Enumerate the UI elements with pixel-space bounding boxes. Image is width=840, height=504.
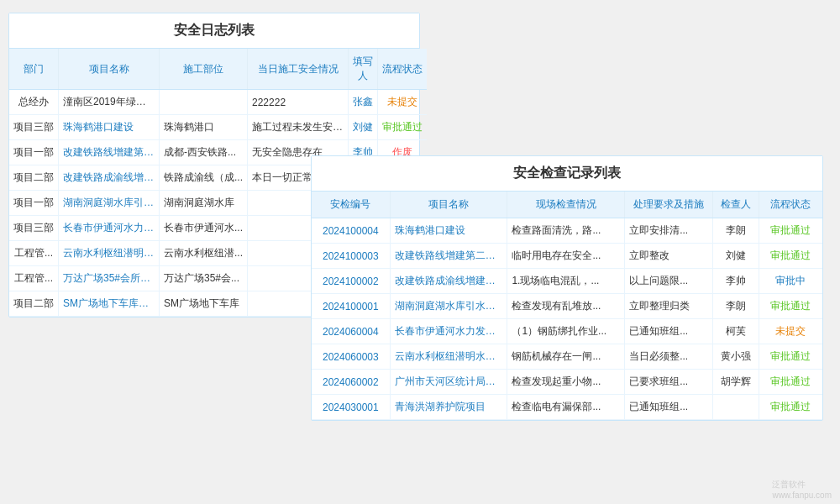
status-badge: 未提交 (378, 90, 428, 115)
col-flow-status: 流程状态 (759, 192, 822, 218)
inspection-row: 2024100003改建铁路线增建第二线...临时用电存在安全...立即整改刘健… (312, 244, 822, 269)
inspector-cell: 李朗 (713, 294, 759, 319)
col-check-situation: 现场检查情况 (507, 192, 625, 218)
check-situation-cell: 检查路面清洗，路... (507, 218, 625, 244)
location-cell: 成都-西安铁路... (160, 140, 248, 165)
situation-cell: 222222 (248, 90, 349, 115)
inspector-cell: 柯芙 (713, 319, 759, 344)
project-name-cell[interactable]: 湖南洞庭湖水库引水工... (390, 294, 507, 319)
dept-cell: 项目二部 (9, 291, 59, 317)
project-name-cell[interactable]: 广州市天河区统计局机... (390, 370, 507, 395)
inspector-cell: 胡学辉 (713, 370, 759, 395)
check-situation-cell: 钢筋机械存在一闸... (507, 344, 625, 370)
inspector-cell: 李帅 (713, 269, 759, 294)
col-situation: 当日施工安全情况 (248, 49, 349, 90)
writer-cell[interactable]: 张鑫 (349, 90, 378, 115)
dept-cell: 项目二部 (9, 165, 59, 191)
table-row: 项目三部珠海鹤港口建设珠海鹤港口施工过程未发生安全事故...刘健审批通过 (9, 115, 427, 140)
measures-cell: 当日必须整... (625, 344, 713, 370)
flow-status-badge: 审批中 (759, 269, 822, 294)
project-name-cell[interactable]: 青海洪湖养护院项目 (390, 395, 507, 420)
project-name-cell[interactable]: 长春市伊通河水力发电... (390, 319, 507, 344)
flow-status-badge: 未提交 (759, 319, 822, 344)
code-cell[interactable]: 2024030001 (312, 395, 390, 420)
project-name-cell[interactable]: 改建铁路成渝线增建第... (390, 269, 507, 294)
flow-status-badge: 审批通过 (759, 395, 822, 420)
project-cell[interactable]: SM广场地下车库更换摄... (59, 291, 160, 317)
watermark: 泛普软件 www.fanpu.com (772, 479, 832, 500)
project-cell[interactable]: 长春市伊通河水力发电厂... (59, 216, 160, 241)
inspection-row: 2024030001青海洪湖养护院项目检查临电有漏保部...已通知班组...审批… (312, 395, 822, 420)
project-cell[interactable]: 湖南洞庭湖水库引水工程... (59, 191, 160, 216)
measures-cell: 以上问题限... (625, 269, 713, 294)
code-cell[interactable]: 2024100001 (312, 294, 390, 319)
status-badge: 审批通过 (378, 115, 428, 140)
project-name-cell[interactable]: 云南水利枢纽潜明水库... (390, 344, 507, 370)
right-panel: 安全检查记录列表 安检编号 项目名称 现场检查情况 处理要求及措施 检查人 流程… (311, 155, 823, 421)
inspector-cell: 刘健 (713, 244, 759, 269)
inspection-row: 2024100002改建铁路成渝线增建第...1.现场临电混乱，...以上问题限… (312, 269, 822, 294)
inspection-row: 2024060002广州市天河区统计局机...检查发现起重小物...已要求班组.… (312, 370, 822, 395)
right-panel-title: 安全检查记录列表 (312, 156, 822, 192)
location-cell: 铁路成渝线（成... (160, 165, 248, 191)
dept-cell: 项目三部 (9, 216, 59, 241)
location-cell: 长春市伊通河水... (160, 216, 248, 241)
measures-cell: 立即整理归类 (625, 294, 713, 319)
location-cell: 湖南洞庭湖水库 (160, 191, 248, 216)
dept-cell: 总经办 (9, 90, 59, 115)
code-cell[interactable]: 2024100002 (312, 269, 390, 294)
project-cell[interactable]: 改建铁路线增建第二线直... (59, 140, 160, 165)
dept-cell: 工程管... (9, 266, 59, 291)
inspection-row: 2024060004长春市伊通河水力发电...（1）钢筋绑扎作业...已通知班组… (312, 319, 822, 344)
check-situation-cell: （1）钢筋绑扎作业... (507, 319, 625, 344)
project-cell[interactable]: 云南水利枢纽潜明水库一... (59, 241, 160, 266)
check-situation-cell: 1.现场临电混乱，... (507, 269, 625, 294)
code-cell[interactable]: 2024100003 (312, 244, 390, 269)
dept-cell: 项目一部 (9, 191, 59, 216)
project-cell: 潼南区2019年绿化补贴项... (59, 90, 160, 115)
project-name-cell[interactable]: 珠海鹤港口建设 (390, 218, 507, 244)
check-situation-cell: 临时用电存在安全... (507, 244, 625, 269)
writer-cell[interactable]: 刘健 (349, 115, 378, 140)
measures-cell: 已通知班组... (625, 395, 713, 420)
col-measures: 处理要求及措施 (625, 192, 713, 218)
col-location: 施工部位 (160, 49, 248, 90)
project-cell[interactable]: 珠海鹤港口建设 (59, 115, 160, 140)
measures-cell: 立即安排清... (625, 218, 713, 244)
project-cell[interactable]: 万达广场35#会所及咖啡... (59, 266, 160, 291)
location-cell (160, 90, 248, 115)
col-inspector: 检查人 (713, 192, 759, 218)
inspection-header-row: 安检编号 项目名称 现场检查情况 处理要求及措施 检查人 流程状态 (312, 192, 822, 218)
dept-cell: 项目一部 (9, 140, 59, 165)
dept-cell: 项目三部 (9, 115, 59, 140)
flow-status-badge: 审批通过 (759, 294, 822, 319)
safety-inspection-table: 安检编号 项目名称 现场检查情况 处理要求及措施 检查人 流程状态 202410… (312, 192, 822, 420)
code-cell[interactable]: 2024060004 (312, 319, 390, 344)
code-cell[interactable]: 2024100004 (312, 218, 390, 244)
project-cell[interactable]: 改建铁路成渝线增建第二... (59, 165, 160, 191)
inspection-row: 2024060003云南水利枢纽潜明水库...钢筋机械存在一闸...当日必须整.… (312, 344, 822, 370)
table-header-row: 部门 项目名称 施工部位 当日施工安全情况 填写人 流程状态 (9, 49, 427, 90)
location-cell: 珠海鹤港口 (160, 115, 248, 140)
situation-cell: 施工过程未发生安全事故... (248, 115, 349, 140)
flow-status-badge: 审批通过 (759, 370, 822, 395)
location-cell: 万达广场35#会... (160, 266, 248, 291)
col-writer: 填写人 (349, 49, 378, 90)
check-situation-cell: 检查发现有乱堆放... (507, 294, 625, 319)
col-dept: 部门 (9, 49, 59, 90)
project-name-cell[interactable]: 改建铁路线增建第二线... (390, 244, 507, 269)
flow-status-badge: 审批通过 (759, 244, 822, 269)
col-status: 流程状态 (378, 49, 428, 90)
col-project: 项目名称 (59, 49, 160, 90)
code-cell[interactable]: 2024060003 (312, 344, 390, 370)
inspector-cell (713, 395, 759, 420)
code-cell[interactable]: 2024060002 (312, 370, 390, 395)
inspector-cell: 李朗 (713, 218, 759, 244)
measures-cell: 已要求班组... (625, 370, 713, 395)
dept-cell: 工程管... (9, 241, 59, 266)
check-situation-cell: 检查临电有漏保部... (507, 395, 625, 420)
check-situation-cell: 检查发现起重小物... (507, 370, 625, 395)
measures-cell: 立即整改 (625, 244, 713, 269)
col-project-name: 项目名称 (390, 192, 507, 218)
location-cell: 云南水利枢纽潜... (160, 241, 248, 266)
